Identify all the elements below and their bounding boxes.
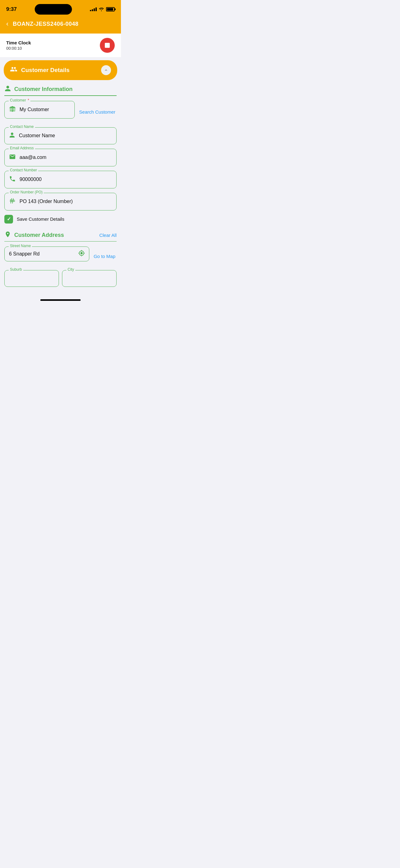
customer-address-divider [4, 241, 116, 242]
save-customer-label: Save Customer Details [17, 216, 64, 222]
customer-field-wrapper: Customer * My Customer [4, 101, 75, 119]
city-label: City [66, 267, 75, 272]
home-indicator [0, 296, 121, 303]
contact-name-input[interactable]: Customer Name [4, 127, 116, 144]
customer-value: My Customer [20, 107, 70, 113]
time-clock-value: 00:00:10 [6, 46, 31, 51]
go-to-map-button[interactable]: Go to Map [92, 254, 116, 259]
hashtag-icon [9, 197, 16, 206]
customer-row: Customer * My Customer Search C [4, 101, 116, 123]
email-value: aaa@a.com [20, 155, 112, 160]
customer-details-title: Customer Details [21, 67, 69, 73]
email-icon [9, 153, 16, 162]
customer-address-header: Customer Address Clear All [4, 231, 116, 239]
city-input[interactable] [62, 270, 116, 287]
collapse-button[interactable] [101, 65, 111, 75]
contact-name-label: Contact Name [9, 124, 35, 129]
dynamic-island [35, 4, 72, 14]
order-number-value: PO 143 (Order Number) [20, 199, 112, 204]
status-icons [90, 7, 115, 12]
status-bar: 9:37 [0, 0, 121, 17]
order-number-input[interactable]: PO 143 (Order Number) [4, 193, 116, 211]
person-icon [4, 85, 11, 93]
street-row: Street Name 6 Snapper Rd Go to Map [4, 247, 116, 266]
suburb-city-row: Suburb City [4, 270, 116, 291]
customer-address-section: Customer Address Clear All Street Name 6… [4, 231, 116, 291]
customers-icon [10, 65, 18, 75]
email-field-wrapper: Email Address aaa@a.com [4, 149, 116, 166]
suburb-label: Suburb [9, 267, 23, 272]
city-field-wrapper: City [62, 270, 116, 287]
stop-icon [105, 43, 110, 48]
customer-address-title: Customer Address [14, 232, 64, 239]
email-label: Email Address [9, 146, 35, 150]
contact-number-label: Contact Number [9, 168, 38, 172]
back-button[interactable]: ‹ [6, 20, 8, 28]
map-pin-icon [4, 231, 11, 239]
header: ‹ BOANZ-JESS2406-0048 [0, 17, 121, 34]
time-clock-bar: Time Clock 00:00:10 [0, 34, 121, 57]
person-field-icon [9, 132, 15, 140]
content-area: Customer Information Customer * [0, 80, 121, 296]
status-time: 9:37 [6, 6, 17, 12]
customer-info-header: Customer Information [4, 85, 116, 93]
customer-info-divider [4, 95, 116, 96]
contact-name-field-wrapper: Contact Name Customer Name [4, 127, 116, 144]
street-name-input[interactable]: 6 Snapper Rd [4, 247, 89, 261]
building-icon [9, 105, 16, 114]
search-customer-button[interactable]: Search Customer [78, 109, 116, 115]
svg-rect-1 [10, 106, 15, 107]
customer-input[interactable]: My Customer [4, 101, 75, 119]
svg-rect-3 [10, 107, 15, 108]
street-name-label: Street Name [9, 244, 32, 248]
street-name-value: 6 Snapper Rd [9, 251, 75, 257]
stop-button[interactable] [100, 38, 115, 53]
customer-info-title: Customer Information [14, 86, 72, 93]
battery-icon [106, 7, 115, 11]
customer-details-section: Customer Details [4, 60, 117, 80]
contact-number-value: 90000000 [20, 177, 112, 182]
clear-all-button[interactable]: Clear All [99, 232, 116, 238]
contact-name-value: Customer Name [19, 133, 112, 138]
order-number-label: Order Number (PO) [9, 190, 44, 194]
header-title: BOANZ-JESS2406-0048 [13, 21, 78, 27]
signal-icon [90, 7, 97, 11]
save-customer-checkbox[interactable]: ✓ [4, 215, 13, 223]
save-customer-row[interactable]: ✓ Save Customer Details [4, 215, 116, 223]
suburb-field-wrapper: Suburb [4, 270, 59, 287]
checkmark-icon: ✓ [7, 216, 11, 222]
suburb-input[interactable] [4, 270, 59, 287]
customer-label: Customer * [9, 98, 30, 102]
phone-icon [9, 176, 16, 184]
home-bar [40, 299, 80, 301]
email-input[interactable]: aaa@a.com [4, 149, 116, 166]
street-name-field-wrapper: Street Name 6 Snapper Rd [4, 247, 89, 261]
location-target-icon [78, 250, 85, 258]
order-number-field-wrapper: Order Number (PO) PO 143 (Order Number) [4, 193, 116, 211]
contact-number-field-wrapper: Contact Number 90000000 [4, 171, 116, 188]
contact-number-input[interactable]: 90000000 [4, 171, 116, 188]
time-clock-label: Time Clock [6, 40, 31, 45]
wifi-icon [99, 7, 104, 12]
